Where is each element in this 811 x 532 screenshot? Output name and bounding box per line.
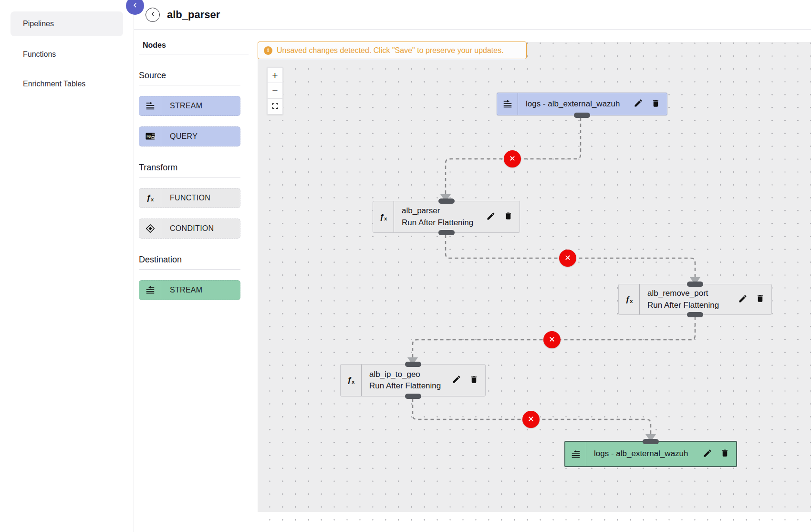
section-label-source: Source: [139, 71, 258, 81]
delete-node-button[interactable]: [504, 211, 513, 222]
node-subtitle: Run After Flattening: [402, 218, 473, 227]
top-connection-handle[interactable]: [438, 198, 455, 204]
destination-stream-node[interactable]: logs - alb_external_wazuh: [564, 441, 737, 467]
close-x-icon: [509, 155, 516, 164]
close-x-icon: [564, 254, 572, 263]
edit-node-button[interactable]: [486, 211, 496, 223]
node-title: logs - alb_external_wazuh: [518, 98, 620, 110]
chevron-left-icon: [149, 10, 156, 19]
pipeline-canvas[interactable]: i Unsaved changes detected. Click "Save"…: [258, 30, 811, 532]
canvas-zoom-controls: +−: [267, 67, 283, 115]
edit-node-button[interactable]: [452, 375, 461, 386]
function-node-alb-ip-to-geo[interactable]: ƒxalb_ip_to_geoRun After Flattening: [340, 364, 486, 396]
palette-source-stream-button[interactable]: STREAM: [139, 96, 240, 116]
close-x-icon: [527, 415, 535, 424]
chevron-left-icon: [131, 1, 139, 10]
bottom-connection-handle[interactable]: [438, 230, 455, 235]
zoom-out-button[interactable]: −: [267, 83, 283, 99]
bottom-connection-handle[interactable]: [405, 394, 421, 399]
fit-view-button[interactable]: [267, 99, 283, 115]
palette-destination-stream-button[interactable]: STREAM: [139, 280, 240, 300]
node-title: alb_parserRun After Flattening: [394, 205, 473, 228]
delete-node-button[interactable]: [720, 449, 729, 459]
stream-in-icon: [497, 93, 518, 115]
function-icon: ƒx: [139, 188, 161, 208]
zoom-in-button[interactable]: +: [267, 67, 283, 83]
function-node-alb-parser[interactable]: ƒxalb_parserRun After Flattening: [373, 201, 520, 233]
fit-view-icon: [271, 101, 279, 112]
stream-out-icon: [139, 281, 161, 300]
section-label-transform: Transform: [139, 163, 258, 173]
unsaved-changes-banner: i Unsaved changes detected. Click "Save"…: [258, 42, 527, 59]
bottom-connection-handle[interactable]: [687, 312, 703, 317]
palette-transform-condition-button[interactable]: CONDITION: [139, 219, 240, 239]
edit-node-button[interactable]: [703, 449, 712, 460]
edit-node-button[interactable]: [634, 98, 643, 110]
nodes-panel-title: Nodes: [139, 41, 258, 50]
condition-icon: [139, 219, 161, 238]
edge-delete-button[interactable]: [559, 250, 576, 267]
sidebar-item-pipelines[interactable]: Pipelines: [10, 11, 123, 36]
node-subtitle: Run After Flattening: [647, 301, 719, 310]
edit-node-button[interactable]: [738, 294, 748, 305]
stream-out-icon: [565, 442, 586, 466]
function-icon: ƒx: [373, 201, 394, 232]
edge-delete-button[interactable]: [522, 411, 540, 428]
app-sidebar: PipelinesFunctionsEnrichment Tables: [0, 0, 134, 532]
function-node-alb-remove-port[interactable]: ƒxalb_remove_portRun After Flattening: [618, 284, 772, 315]
section-label-destination: Destination: [139, 255, 258, 265]
svg-text:SQL: SQL: [146, 135, 152, 138]
palette-transform-function-button[interactable]: ƒxFUNCTION: [139, 188, 240, 208]
close-x-icon: [548, 335, 556, 344]
top-connection-handle[interactable]: [687, 282, 703, 287]
page-title: alb_parser: [167, 9, 220, 21]
node-title: alb_ip_to_geoRun After Flattening: [362, 369, 441, 392]
top-connection-handle[interactable]: [643, 439, 659, 444]
source-stream-node[interactable]: logs - alb_external_wazuh: [497, 93, 667, 115]
sidebar-item-functions[interactable]: Functions: [10, 43, 123, 66]
top-connection-handle[interactable]: [405, 362, 421, 367]
node-title: logs - alb_external_wazuh: [586, 448, 688, 459]
delete-node-button[interactable]: [651, 99, 660, 110]
edge-delete-button[interactable]: [543, 331, 561, 348]
delete-node-button[interactable]: [756, 294, 765, 305]
node-subtitle: Run After Flattening: [369, 381, 441, 390]
info-icon: i: [264, 46, 272, 55]
unsaved-changes-text: Unsaved changes detected. Click "Save" t…: [277, 46, 504, 55]
sidebar-item-enrichment-tables[interactable]: Enrichment Tables: [10, 73, 123, 95]
stream-in-icon: [139, 96, 161, 115]
delete-node-button[interactable]: [469, 375, 478, 386]
palette-source-query-button[interactable]: SQLQUERY: [139, 126, 240, 146]
node-title: alb_remove_portRun After Flattening: [640, 288, 719, 311]
bottom-connection-handle[interactable]: [574, 113, 590, 118]
sql-query-icon: SQL: [139, 127, 161, 146]
edge-delete-button[interactable]: [504, 150, 521, 167]
function-icon: ƒx: [619, 284, 640, 314]
function-icon: ƒx: [341, 365, 362, 396]
nodes-palette-panel: Nodes SourceSTREAMSQLQUERYTransformƒxFUN…: [134, 30, 258, 532]
page-header: alb_parser: [134, 0, 811, 30]
back-button[interactable]: [146, 8, 160, 22]
